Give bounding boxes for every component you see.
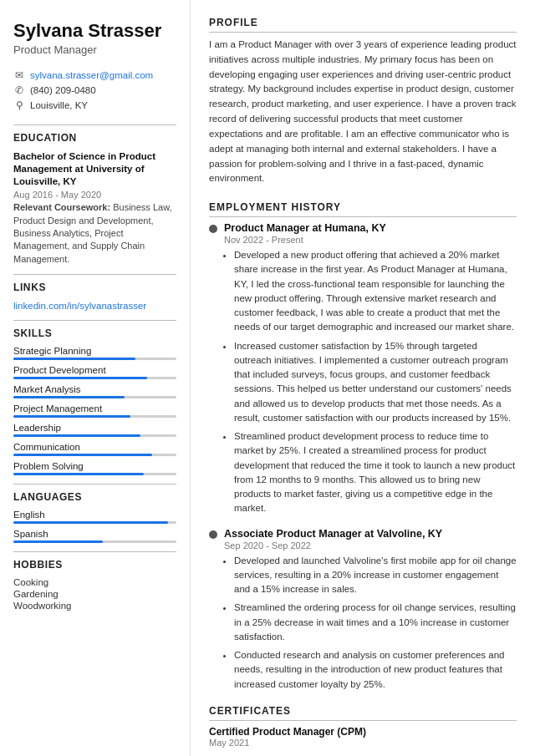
certificate-entry: Certified Product Manager (CPM) May 2021 xyxy=(209,726,517,748)
job-bullet: Streamlined the ordering process for oil… xyxy=(234,601,517,644)
skill-bar-bg xyxy=(13,358,176,360)
language-bar-fill xyxy=(13,521,168,524)
skill-item: Market Analysis xyxy=(13,384,176,398)
job-bullet: Developed and launched Valvoline's first… xyxy=(234,554,517,597)
skill-item: Leadership xyxy=(13,423,176,437)
job-date: Sep 2020 - Sep 2022 xyxy=(224,540,517,551)
cert-name: Certified Product Manager (CPM) xyxy=(209,726,517,738)
hobbies-section-title: HOBBIES xyxy=(13,559,176,571)
resume-container: Sylvana Strasser Product Manager ✉ sylva… xyxy=(0,0,535,756)
skill-label: Problem Solving xyxy=(13,461,176,471)
hobby-item: Woodworking xyxy=(13,601,176,611)
candidate-name: Sylvana Strasser xyxy=(13,20,176,42)
edu-degree: Bachelor of Science in Product Managemen… xyxy=(13,150,176,188)
edu-dates: Aug 2016 - May 2020 xyxy=(13,190,176,200)
skill-bar-fill xyxy=(13,415,130,418)
contact-section: ✉ sylvana.strasser@gmail.com ✆ (840) 209… xyxy=(13,69,176,111)
edu-coursework: Relevant Coursework: Business Law, Produ… xyxy=(13,201,176,266)
language-item: Spanish xyxy=(13,529,176,543)
cert-date: May 2021 xyxy=(209,738,517,748)
skill-item: Product Development xyxy=(13,365,176,379)
skill-label: Strategic Planning xyxy=(13,346,176,356)
job-title: Product Manager at Humana, KY xyxy=(224,222,386,234)
languages-list: English Spanish xyxy=(13,510,176,543)
skill-label: Product Development xyxy=(13,365,176,375)
main-content: PROFILE I am a Product Manager with over… xyxy=(191,0,535,756)
education-divider xyxy=(13,124,176,125)
employment-section-title: EMPLOYMENT HISTORY xyxy=(209,201,517,217)
skill-item: Problem Solving xyxy=(13,461,176,475)
email-icon: ✉ xyxy=(13,69,25,81)
languages-section-title: LANGUAGES xyxy=(13,491,176,503)
skill-bar-fill xyxy=(13,396,125,398)
skill-bar-fill xyxy=(13,377,147,379)
skill-bar-fill xyxy=(13,434,140,437)
skill-item: Communication xyxy=(13,442,176,456)
hobbies-divider xyxy=(13,551,176,552)
job-header: Associate Product Manager at Valvoline, … xyxy=(209,528,517,540)
job-bullets: Developed and launched Valvoline's first… xyxy=(224,554,517,692)
job-dot xyxy=(209,225,217,233)
language-label: English xyxy=(13,510,176,520)
skill-bar-fill xyxy=(13,454,152,456)
job-date: Nov 2022 - Present xyxy=(224,235,517,245)
skill-label: Leadership xyxy=(13,423,176,433)
email-link[interactable]: sylvana.strasser@gmail.com xyxy=(30,70,153,80)
job-bullet: Developed a new product offering that ac… xyxy=(234,248,517,335)
language-item: English xyxy=(13,510,176,524)
skill-bar-bg xyxy=(13,377,176,379)
languages-divider xyxy=(13,484,176,485)
job-bullet: Streamlined product development process … xyxy=(234,429,517,516)
location-item: ⚲ Louisville, KY xyxy=(13,99,176,111)
skills-divider xyxy=(13,320,176,321)
skill-bar-bg xyxy=(13,434,176,437)
certificates-section-title: CERTIFICATES xyxy=(209,705,517,721)
profile-text: I am a Product Manager with over 3 years… xyxy=(209,38,517,186)
job-header: Product Manager at Humana, KY xyxy=(209,222,517,234)
location-icon: ⚲ xyxy=(13,99,25,111)
skill-label: Communication xyxy=(13,442,176,452)
linkedin-link[interactable]: linkedin.com/in/sylvanastrasser xyxy=(13,301,146,311)
skill-bar-bg xyxy=(13,396,176,398)
profile-section-title: PROFILE xyxy=(209,17,517,33)
language-bar-bg xyxy=(13,540,176,543)
job-bullet: Increased customer satisfaction by 15% t… xyxy=(234,339,517,426)
hobby-item: Gardening xyxy=(13,589,176,599)
skill-item: Strategic Planning xyxy=(13,346,176,360)
jobs-list: Product Manager at Humana, KY Nov 2022 -… xyxy=(209,222,517,692)
skill-label: Market Analysis xyxy=(13,384,176,394)
language-bar-bg xyxy=(13,521,176,524)
phone-icon: ✆ xyxy=(13,84,25,96)
profile-section: PROFILE I am a Product Manager with over… xyxy=(209,17,517,186)
skill-bar-fill xyxy=(13,358,135,360)
job-title: Associate Product Manager at Valvoline, … xyxy=(224,528,442,540)
skill-bar-bg xyxy=(13,473,176,475)
skill-bar-bg xyxy=(13,415,176,418)
skills-list: Strategic Planning Product Development M… xyxy=(13,346,176,475)
education-section-title: EDUCATION xyxy=(13,132,176,144)
sidebar: Sylvana Strasser Product Manager ✉ sylva… xyxy=(0,0,191,756)
education-entry: Bachelor of Science in Product Managemen… xyxy=(13,150,176,266)
certificates-list: Certified Product Manager (CPM) May 2021… xyxy=(209,726,517,756)
hobbies-list: CookingGardeningWoodworking xyxy=(13,577,176,611)
candidate-title: Product Manager xyxy=(13,43,176,56)
certificates-section: CERTIFICATES Certified Product Manager (… xyxy=(209,705,517,756)
skill-bar-fill xyxy=(13,473,144,475)
hobby-item: Cooking xyxy=(13,577,176,587)
location-text: Louisville, KY xyxy=(30,100,88,110)
job-entry: Associate Product Manager at Valvoline, … xyxy=(209,528,517,692)
job-dot xyxy=(209,530,217,539)
job-bullets: Developed a new product offering that ac… xyxy=(224,248,517,516)
email-item: ✉ sylvana.strasser@gmail.com xyxy=(13,69,176,81)
phone-item: ✆ (840) 209-0480 xyxy=(13,84,176,96)
skill-item: Project Management xyxy=(13,403,176,418)
job-entry: Product Manager at Humana, KY Nov 2022 -… xyxy=(209,222,517,516)
skill-bar-bg xyxy=(13,454,176,456)
links-divider xyxy=(13,274,176,275)
skill-label: Project Management xyxy=(13,403,176,414)
language-bar-fill xyxy=(13,540,103,543)
language-label: Spanish xyxy=(13,529,176,539)
phone-text: (840) 209-0480 xyxy=(30,85,96,95)
employment-section: EMPLOYMENT HISTORY Product Manager at Hu… xyxy=(209,201,517,692)
links-section-title: LINKS xyxy=(13,282,176,293)
